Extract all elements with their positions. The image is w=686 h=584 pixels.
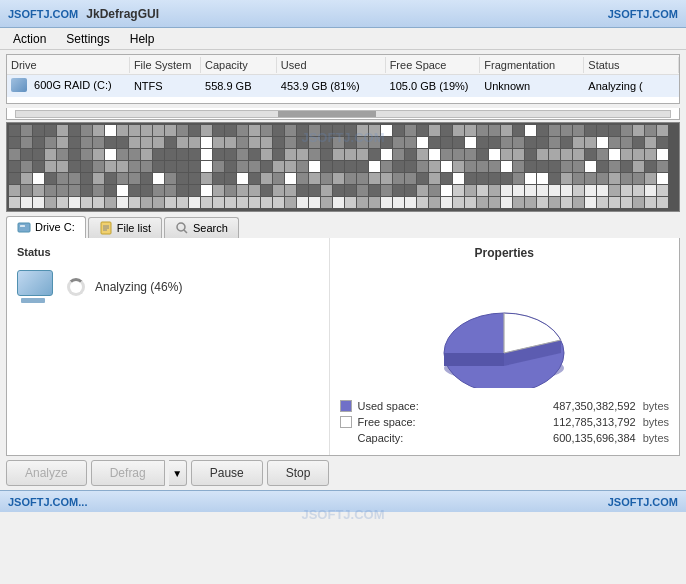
svg-rect-345 bbox=[189, 197, 200, 208]
svg-rect-364 bbox=[417, 197, 428, 208]
drive-list-panel: Drive File System Capacity Used Free Spa… bbox=[6, 54, 680, 104]
tab-drive-c[interactable]: Drive C: bbox=[6, 216, 86, 238]
svg-rect-148 bbox=[465, 149, 476, 160]
svg-rect-157 bbox=[573, 149, 584, 160]
scrollbar-area[interactable] bbox=[6, 108, 680, 120]
svg-rect-237 bbox=[213, 173, 224, 184]
svg-rect-30 bbox=[369, 125, 380, 136]
svg-rect-329 bbox=[657, 185, 668, 196]
free-space-value: 112,785,313,792 bytes bbox=[553, 416, 669, 428]
menu-action[interactable]: Action bbox=[4, 29, 55, 49]
analyze-button[interactable]: Analyze bbox=[6, 460, 87, 486]
svg-rect-266 bbox=[561, 173, 572, 184]
svg-rect-60 bbox=[69, 137, 80, 148]
svg-rect-211 bbox=[561, 161, 572, 172]
svg-rect-116 bbox=[81, 149, 92, 160]
svg-rect-377 bbox=[573, 197, 584, 208]
svg-rect-176 bbox=[141, 161, 152, 172]
menu-help[interactable]: Help bbox=[121, 29, 164, 49]
pause-button[interactable]: Pause bbox=[191, 460, 263, 486]
svg-rect-216 bbox=[621, 161, 632, 172]
drive-tab-icon bbox=[17, 220, 31, 234]
svg-rect-111 bbox=[21, 149, 32, 160]
header-drive: Drive bbox=[7, 57, 130, 73]
svg-rect-296 bbox=[261, 185, 272, 196]
svg-rect-183 bbox=[225, 161, 236, 172]
svg-rect-213 bbox=[585, 161, 596, 172]
search-tab-icon bbox=[175, 221, 189, 235]
svg-rect-219 bbox=[657, 161, 668, 172]
svg-rect-198 bbox=[405, 161, 416, 172]
svg-rect-64 bbox=[117, 137, 128, 148]
tab-drive-c-label: Drive C: bbox=[35, 221, 75, 233]
svg-rect-370 bbox=[489, 197, 500, 208]
svg-rect-382 bbox=[633, 197, 644, 208]
svg-rect-133 bbox=[285, 149, 296, 160]
svg-rect-85 bbox=[369, 137, 380, 148]
svg-rect-304 bbox=[357, 185, 368, 196]
drive-list-row[interactable]: 600G RAID (C:) NTFS 558.9 GB 453.9 GB (8… bbox=[7, 75, 679, 97]
legend-used: Used space: 487,350,382,592 bytes bbox=[340, 400, 669, 412]
svg-rect-134 bbox=[297, 149, 308, 160]
svg-rect-21 bbox=[261, 125, 272, 136]
svg-rect-236 bbox=[201, 173, 212, 184]
svg-rect-383 bbox=[645, 197, 656, 208]
svg-rect-240 bbox=[249, 173, 260, 184]
svg-rect-78 bbox=[285, 137, 296, 148]
app-title: JkDefragGUI bbox=[86, 7, 159, 21]
tab-file-list[interactable]: File list bbox=[88, 217, 162, 238]
svg-rect-380 bbox=[609, 197, 620, 208]
svg-rect-322 bbox=[573, 185, 584, 196]
svg-rect-6 bbox=[81, 125, 92, 136]
svg-rect-331 bbox=[21, 197, 32, 208]
svg-rect-267 bbox=[573, 173, 584, 184]
svg-rect-167 bbox=[33, 161, 44, 172]
svg-rect-75 bbox=[249, 137, 260, 148]
svg-rect-18 bbox=[225, 125, 236, 136]
svg-rect-9 bbox=[117, 125, 128, 136]
svg-rect-284 bbox=[117, 185, 128, 196]
app-logo-left: JSOFTJ.COM bbox=[8, 8, 78, 20]
svg-rect-97 bbox=[513, 137, 524, 148]
svg-rect-146 bbox=[441, 149, 452, 160]
row-fragmentation: Unknown bbox=[480, 78, 584, 94]
svg-rect-328 bbox=[645, 185, 656, 196]
svg-rect-350 bbox=[249, 197, 260, 208]
svg-rect-172 bbox=[93, 161, 104, 172]
row-used: 453.9 GB (81%) bbox=[277, 78, 386, 94]
svg-rect-166 bbox=[21, 161, 32, 172]
svg-rect-32 bbox=[393, 125, 404, 136]
svg-rect-202 bbox=[453, 161, 464, 172]
svg-rect-143 bbox=[405, 149, 416, 160]
defrag-dropdown-button[interactable]: ▼ bbox=[169, 460, 187, 486]
svg-rect-126 bbox=[201, 149, 212, 160]
stop-button[interactable]: Stop bbox=[267, 460, 330, 486]
svg-rect-112 bbox=[33, 149, 44, 160]
svg-rect-316 bbox=[501, 185, 512, 196]
defrag-button[interactable]: Defrag bbox=[91, 460, 165, 486]
svg-rect-82 bbox=[333, 137, 344, 148]
header-file-system: File System bbox=[130, 57, 201, 73]
svg-rect-223 bbox=[45, 173, 56, 184]
menu-settings[interactable]: Settings bbox=[57, 29, 118, 49]
svg-rect-42 bbox=[513, 125, 524, 136]
svg-rect-53 bbox=[645, 125, 656, 136]
tab-search[interactable]: Search bbox=[164, 217, 239, 238]
svg-rect-132 bbox=[273, 149, 284, 160]
svg-rect-114 bbox=[57, 149, 68, 160]
svg-rect-224 bbox=[57, 173, 68, 184]
svg-rect-299 bbox=[297, 185, 308, 196]
svg-rect-43 bbox=[525, 125, 536, 136]
svg-rect-367 bbox=[453, 197, 464, 208]
status-bar-right: JSOFTJ.COM bbox=[608, 496, 678, 508]
free-color-box bbox=[340, 416, 352, 428]
svg-rect-283 bbox=[105, 185, 116, 196]
svg-rect-269 bbox=[597, 173, 608, 184]
svg-rect-227 bbox=[93, 173, 104, 184]
svg-rect-327 bbox=[633, 185, 644, 196]
svg-rect-13 bbox=[165, 125, 176, 136]
svg-rect-301 bbox=[321, 185, 332, 196]
svg-rect-206 bbox=[501, 161, 512, 172]
svg-rect-12 bbox=[153, 125, 164, 136]
svg-rect-238 bbox=[225, 173, 236, 184]
